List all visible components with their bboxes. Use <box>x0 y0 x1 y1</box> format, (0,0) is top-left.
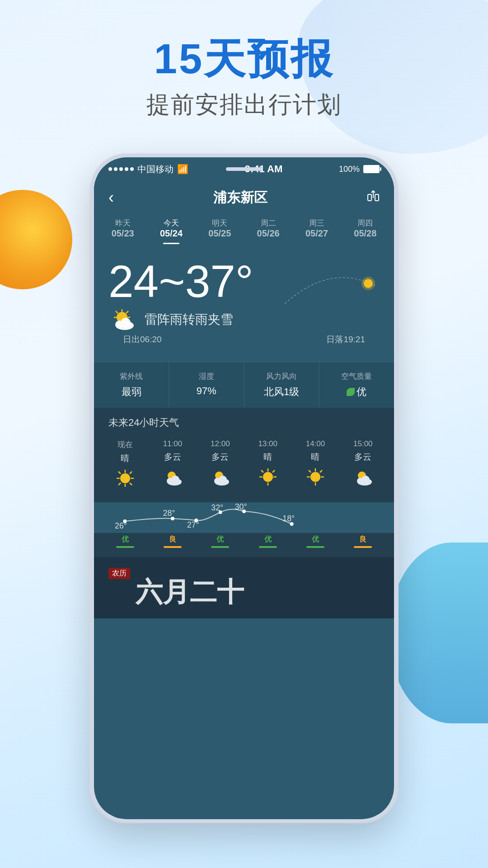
status-right: 100% <box>339 165 380 174</box>
phone-speaker <box>226 167 262 171</box>
bg-decoration-right <box>389 542 488 723</box>
svg-line-43 <box>309 470 311 472</box>
aqi-bar-5 <box>306 546 324 548</box>
hourly-icon-sun-2 <box>256 467 280 486</box>
svg-text:27°: 27° <box>187 520 199 529</box>
tab-thu[interactable]: 周四 05/28 <box>342 214 389 242</box>
date-tabs: 昨天 05/23 今天 05/24 明天 05/25 周二 05/26 周三 0… <box>94 214 394 250</box>
svg-point-48 <box>361 476 370 484</box>
detail-humidity: 湿度 97% <box>169 362 244 408</box>
svg-line-44 <box>320 470 322 472</box>
battery-label: 100% <box>339 165 360 174</box>
aqi-row: 优 良 优 优 优 良 <box>94 533 394 557</box>
detail-aqi: 空气质量 优 <box>319 362 394 408</box>
hourly-item-13: 13:00 晴 <box>244 436 291 495</box>
app-content: ‹ 浦东新区 昨天 05/23 今天 05/24 明天 <box>94 181 394 819</box>
svg-line-20 <box>130 472 132 474</box>
hourly-scroll[interactable]: 现在 晴 1 <box>94 436 394 502</box>
hourly-item-12: 12:00 多云 <box>197 436 244 495</box>
sunset-time: 日落19:21 <box>326 334 365 345</box>
weather-details: 紫外线 最弱 湿度 97% 风力风向 北风1级 空气质量 优 <box>94 362 394 408</box>
svg-text:18°: 18° <box>282 514 295 523</box>
wifi-icon: 📶 <box>177 164 188 175</box>
aqi-bar-4 <box>259 546 277 548</box>
lunar-tag: 农历 <box>108 568 130 579</box>
nav-bar: ‹ 浦东新区 <box>94 181 394 214</box>
city-title: 浦东新区 <box>213 189 267 207</box>
main-weather: 24~37° <box>94 250 394 356</box>
aqi-item-5: 优 <box>291 535 339 548</box>
back-button[interactable]: ‹ <box>108 188 114 207</box>
svg-line-19 <box>118 472 121 474</box>
hourly-item-15: 15:00 多云 <box>339 436 387 495</box>
svg-point-13 <box>121 318 131 328</box>
svg-line-36 <box>261 470 263 472</box>
svg-point-38 <box>310 472 320 482</box>
hourly-item-14: 14:00 晴 <box>291 436 339 495</box>
hourly-item-now: 现在 晴 <box>101 436 149 495</box>
temp-curve: 26° 28° 27° 32° 30° 18° <box>101 502 387 529</box>
status-left: 中国移动 📶 <box>108 163 188 175</box>
promo-section: 15天预报 提前安排出行计划 <box>0 36 488 121</box>
lunar-date: 六月二十 <box>136 568 244 608</box>
svg-line-9 <box>116 311 118 313</box>
sun-times: 日出06:20 日落19:21 <box>108 334 380 345</box>
promo-title: 15天预报 <box>0 36 488 82</box>
svg-line-37 <box>272 470 275 472</box>
aqi-bar-1 <box>116 546 134 548</box>
battery-icon <box>363 165 380 173</box>
signal-dots <box>108 167 134 171</box>
hourly-section-title: 未来24小时天气 <box>108 416 380 429</box>
aqi-item-4: 优 <box>244 535 291 548</box>
share-button[interactable] <box>367 190 380 206</box>
hourly-icon-partly-cloudy-1 <box>161 467 184 486</box>
svg-line-21 <box>118 483 121 485</box>
aqi-item-6: 良 <box>339 535 387 548</box>
svg-point-31 <box>263 472 273 482</box>
svg-text:28°: 28° <box>163 509 175 518</box>
svg-rect-0 <box>368 194 371 201</box>
hourly-icon-partly-cloudy-2 <box>208 467 232 486</box>
aqi-bar-2 <box>164 546 182 548</box>
tab-wed[interactable]: 周三 05/27 <box>293 214 340 242</box>
tab-yesterday[interactable]: 昨天 05/23 <box>99 214 146 242</box>
hourly-icon-sun-3 <box>304 467 327 486</box>
svg-text:32°: 32° <box>211 503 223 512</box>
tab-tomorrow[interactable]: 明天 05/25 <box>197 214 243 242</box>
weather-description: 雷阵雨转雨夹雪 <box>145 311 233 328</box>
phone-mockup: 中国移动 📶 9:41 AM 100% ‹ 浦东新区 <box>90 154 398 823</box>
aqi-item-1: 优 <box>101 535 149 548</box>
svg-point-3 <box>361 277 375 290</box>
battery-fill <box>364 166 379 172</box>
carrier-label: 中国移动 <box>137 163 174 175</box>
aqi-item-2: 良 <box>149 535 196 548</box>
sun-arc <box>280 259 380 317</box>
hourly-icon-sun <box>113 469 137 488</box>
hourly-item-11: 11:00 多云 <box>149 436 196 495</box>
svg-line-10 <box>126 311 128 313</box>
detail-uv: 紫外线 最弱 <box>94 362 169 408</box>
svg-point-14 <box>120 473 130 483</box>
svg-text:26°: 26° <box>115 521 127 529</box>
leaf-icon <box>347 388 355 396</box>
aqi-bar-3 <box>211 546 229 548</box>
hourly-icon-cloudy <box>351 467 375 486</box>
tab-today[interactable]: 今天 05/24 <box>148 214 194 242</box>
lunar-section: 农历 六月二十 <box>94 557 394 618</box>
svg-line-22 <box>130 483 132 485</box>
weather-icon-large <box>108 307 137 332</box>
svg-point-26 <box>171 476 179 484</box>
tab-tue[interactable]: 周二 05/26 <box>245 214 291 242</box>
promo-subtitle: 提前安排出行计划 <box>0 89 488 121</box>
aqi-bar-6 <box>354 546 372 548</box>
sunrise-time: 日出06:20 <box>123 334 162 345</box>
svg-rect-1 <box>375 194 379 201</box>
bg-sun-decoration <box>0 190 72 289</box>
svg-point-30 <box>219 476 227 484</box>
aqi-item-3: 优 <box>197 535 244 548</box>
hourly-section-title-bar: 未来24小时天气 <box>94 408 394 436</box>
svg-text:30°: 30° <box>235 502 247 511</box>
detail-wind: 风力风向 北风1级 <box>244 362 319 408</box>
